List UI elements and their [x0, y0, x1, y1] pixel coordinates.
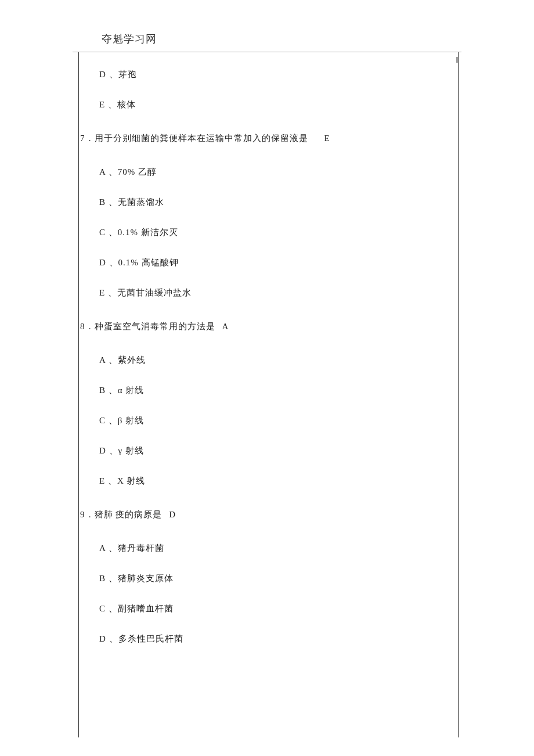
option-line: D 、0.1% 高锰酸钾 — [79, 247, 458, 278]
question-answer: E — [324, 134, 330, 143]
question-line: 9．猪肺 疫的病原是D — [79, 496, 458, 533]
site-title: 夺魁学习网 — [0, 12, 534, 52]
option-line: E 、X 射线 — [79, 466, 458, 496]
question-stem: 种蛋室空气消毒常用的方法是 — [95, 322, 215, 331]
content-box: D 、芽孢 E 、核体 7．用于分别细菌的粪便样本在运输中常加入的保留液是E A… — [78, 52, 459, 737]
option-line: D 、芽孢 — [79, 59, 458, 89]
question-stem: 用于分别细菌的粪便样本在运输中常加入的保留液是 — [95, 134, 308, 143]
question-line: 7．用于分别细菌的粪便样本在运输中常加入的保留液是E — [79, 120, 458, 157]
option-line: D 、多杀性巴氏杆菌 — [79, 624, 458, 654]
option-line: D 、γ 射线 — [79, 435, 458, 466]
header-faint-text — [0, 0, 534, 12]
option-line: E 、无菌甘油缓冲盐水 — [79, 278, 458, 308]
question-line: 8．种蛋室空气消毒常用的方法是A — [79, 308, 458, 345]
question-number: 8． — [80, 322, 95, 331]
side-tab-marker — [456, 57, 458, 63]
option-line: B 、α 射线 — [79, 375, 458, 405]
question-answer: D — [169, 510, 176, 519]
content-inner: D 、芽孢 E 、核体 7．用于分别细菌的粪便样本在运输中常加入的保留液是E A… — [79, 52, 458, 654]
option-line: A 、猪丹毒杆菌 — [79, 533, 458, 563]
option-line: B 、猪肺炎支原体 — [79, 563, 458, 593]
option-line: B 、无菌蒸馏水 — [79, 187, 458, 217]
question-stem: 猪肺 疫的病原是 — [95, 510, 163, 519]
option-line: C 、副猪嗜血杆菌 — [79, 593, 458, 624]
option-line: C 、β 射线 — [79, 405, 458, 435]
option-line: A 、70% 乙醇 — [79, 157, 458, 187]
question-number: 9． — [80, 510, 95, 519]
option-line: E 、核体 — [79, 89, 458, 120]
option-line: C 、0.1% 新洁尔灭 — [79, 217, 458, 247]
option-line: A 、紫外线 — [79, 345, 458, 375]
question-number: 7． — [80, 134, 95, 143]
question-answer: A — [222, 322, 229, 331]
